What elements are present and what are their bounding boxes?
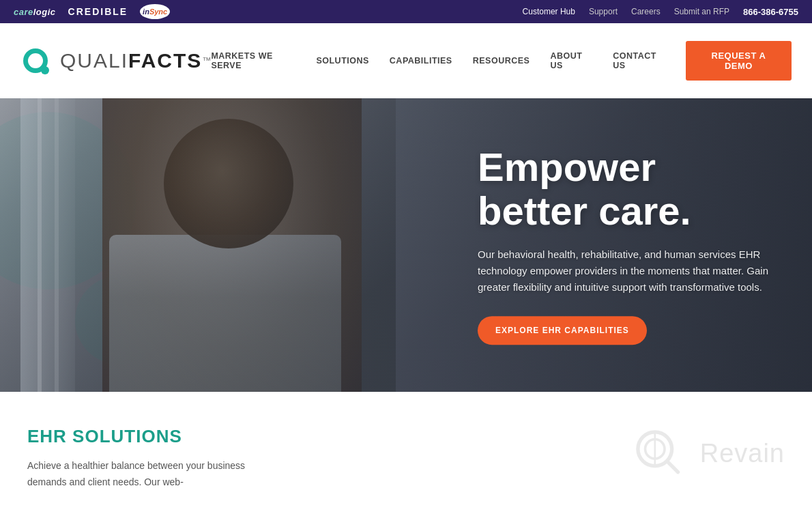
- brand-text-bold: FACTS: [128, 49, 202, 72]
- ehr-solutions-title: EHR SOLUTIONS: [27, 426, 287, 447]
- hero-section: Empower better care. Our behavioral heal…: [0, 98, 812, 392]
- nav-about[interactable]: ABOUT US: [550, 51, 592, 70]
- qualifacts-q-icon: [20, 43, 56, 78]
- revain-icon: [632, 426, 686, 481]
- top-bar-links: Customer Hub Support Careers Submit an R…: [523, 7, 798, 17]
- submit-rfp-link[interactable]: Submit an RFP: [674, 7, 729, 16]
- carelogic-logo[interactable]: carelogic: [14, 7, 56, 17]
- brand-logo[interactable]: QUALIFACTS™: [20, 43, 211, 78]
- brand-text-light: QUALI: [60, 49, 128, 72]
- nav-capabilities[interactable]: CAPABILITIES: [390, 56, 452, 66]
- hero-headline: Empower better care.: [478, 145, 792, 233]
- brand-logos: carelogic CREDIBLE inSync: [14, 4, 170, 19]
- support-link[interactable]: Support: [589, 7, 618, 16]
- brand-tm: ™: [202, 55, 211, 66]
- hero-headline-line2: better care.: [478, 188, 691, 233]
- ehr-solutions-description: Achieve a healthier balance between your…: [27, 458, 287, 491]
- below-fold-section: EHR SOLUTIONS Achieve a healthier balanc…: [0, 392, 812, 514]
- insync-logo[interactable]: inSync: [140, 4, 170, 19]
- nav-solutions[interactable]: SOLUTIONS: [316, 56, 368, 66]
- main-navigation: QUALIFACTS™ MARKETS WE SERVE SOLUTIONS C…: [0, 23, 812, 98]
- hero-cta-button[interactable]: EXPLORE EHR CAPABILITIES: [478, 316, 647, 345]
- ehr-solutions-content: EHR SOLUTIONS Achieve a healthier balanc…: [27, 426, 287, 491]
- phone-number: 866-386-6755: [743, 7, 798, 17]
- customer-hub-link[interactable]: Customer Hub: [523, 7, 575, 16]
- nav-markets[interactable]: MARKETS WE SERVE: [211, 51, 295, 70]
- revain-text: Revain: [700, 439, 785, 468]
- hero-content: Empower better care. Our behavioral heal…: [478, 145, 792, 345]
- nav-links: MARKETS WE SERVE SOLUTIONS CAPABILITIES …: [211, 41, 792, 81]
- hero-subtext: Our behavioral health, rehabilitative, a…: [478, 246, 792, 296]
- hero-headline-line1: Empower: [478, 145, 656, 189]
- top-bar: carelogic CREDIBLE inSync Customer Hub S…: [0, 0, 812, 23]
- nav-resources[interactable]: RESOURCES: [473, 56, 530, 66]
- nav-contact[interactable]: CONTACT US: [613, 51, 665, 70]
- credible-logo[interactable]: CREDIBLE: [68, 6, 128, 17]
- careers-link[interactable]: Careers: [631, 7, 661, 16]
- svg-point-2: [41, 66, 49, 74]
- svg-line-6: [667, 461, 678, 472]
- svg-point-1: [28, 53, 43, 68]
- revain-area: Revain: [632, 426, 785, 481]
- request-demo-button[interactable]: REQUEST A DEMO: [686, 41, 792, 81]
